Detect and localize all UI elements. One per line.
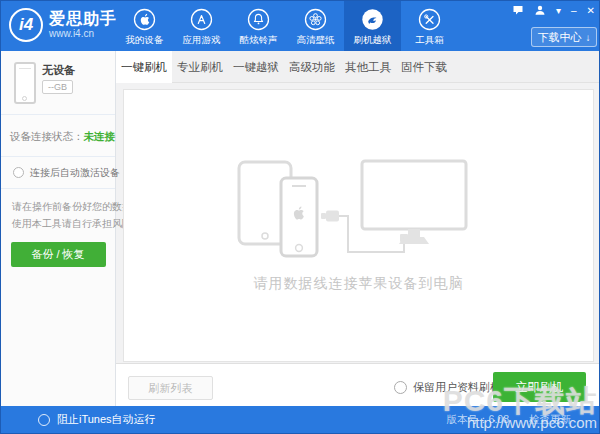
main-nav: 我的设备 应用游戏 酷炫铃声 bbox=[116, 1, 458, 51]
header: i4 爱思助手 www.i4.cn 我的设备 应用游戏 bbox=[1, 1, 600, 51]
action-bar: 刷新列表 保留用户资料刷机 立即刷机 bbox=[116, 363, 600, 408]
keep-user-data-label: 保留用户资料刷机 bbox=[413, 380, 501, 395]
device-capacity-badge: --GB bbox=[42, 80, 73, 94]
status-label: 设备连接状态： bbox=[10, 130, 84, 142]
auto-activate-label: 连接后自动激活设备 bbox=[30, 166, 120, 180]
connect-illustration-icon bbox=[234, 156, 484, 261]
nav-label: 我的设备 bbox=[126, 34, 164, 47]
connect-device-panel: 请用数据线连接苹果设备到电脑 bbox=[123, 89, 594, 362]
flash-now-button[interactable]: 立即刷机 bbox=[493, 372, 586, 402]
app-title: 爱思助手 bbox=[49, 10, 117, 28]
auto-activate-option[interactable]: 连接后自动激活设备 bbox=[1, 157, 115, 189]
keep-user-data-option[interactable]: 保留用户资料刷机 bbox=[394, 380, 501, 395]
backup-warning: 请在操作前备份好您的数据 使用本工具请自行承担风险 bbox=[1, 189, 115, 232]
minimize-icon[interactable]: – bbox=[571, 5, 577, 16]
footer-bar: 阻止iTunes自动运行 版本号：6.08 检查更新 bbox=[1, 406, 600, 433]
wallpaper-icon bbox=[304, 8, 327, 31]
i4-logo-icon: i4 bbox=[9, 8, 43, 42]
nav-item-toolbox[interactable]: 工具箱 bbox=[401, 1, 458, 51]
nav-label: 应用游戏 bbox=[183, 34, 221, 47]
phone-icon bbox=[14, 62, 36, 104]
feedback-icon[interactable] bbox=[512, 4, 524, 16]
warning-line: 使用本工具请自行承担风险 bbox=[12, 215, 115, 232]
nav-label: 刷机越狱 bbox=[354, 34, 392, 47]
device-name: 无设备 bbox=[42, 63, 75, 78]
radio-icon[interactable] bbox=[394, 381, 407, 394]
tab-one-key-jailbreak[interactable]: 一键越狱 bbox=[228, 51, 284, 83]
block-itunes-option[interactable]: 阻止iTunes自动运行 bbox=[38, 406, 156, 433]
nav-label: 高清壁纸 bbox=[297, 34, 335, 47]
refresh-list-button[interactable]: 刷新列表 bbox=[128, 376, 213, 400]
connection-status: 设备连接状态：未连接 bbox=[1, 115, 115, 157]
app-logo: i4 爱思助手 www.i4.cn bbox=[9, 8, 117, 42]
download-arrow-icon: ↓ bbox=[586, 32, 591, 43]
flash-tabbar: 一键刷机 专业刷机 一键越狱 高级功能 其他工具 固件下载 bbox=[116, 51, 600, 83]
sidebar: 无设备 --GB 设备连接状态：未连接 连接后自动激活设备 请在操作前备份好您的… bbox=[1, 51, 116, 408]
tab-other-tools[interactable]: 其他工具 bbox=[340, 51, 396, 83]
tab-pro-flash[interactable]: 专业刷机 bbox=[172, 51, 228, 83]
nav-item-wallpapers[interactable]: 高清壁纸 bbox=[287, 1, 344, 51]
bell-icon bbox=[247, 8, 270, 31]
warning-line: 请在操作前备份好您的数据 bbox=[12, 198, 115, 215]
nav-item-my-devices[interactable]: 我的设备 bbox=[116, 1, 173, 51]
app-url: www.i4.cn bbox=[49, 28, 117, 40]
app-window: i4 爱思助手 www.i4.cn 我的设备 应用游戏 bbox=[0, 0, 600, 434]
check-update-link[interactable]: 检查更新 bbox=[529, 406, 571, 433]
window-controls: ▾ – ✕ bbox=[512, 4, 595, 16]
download-center-button[interactable]: 下载中心 ↓ bbox=[531, 27, 597, 47]
radio-icon[interactable] bbox=[13, 167, 24, 178]
tab-advanced[interactable]: 高级功能 bbox=[284, 51, 340, 83]
toolbox-icon bbox=[418, 8, 441, 31]
jailbreak-icon bbox=[361, 8, 384, 31]
close-icon[interactable]: ✕ bbox=[587, 5, 595, 16]
device-section: 无设备 --GB bbox=[1, 51, 115, 115]
backup-restore-button[interactable]: 备份 / 恢复 bbox=[11, 242, 106, 267]
nav-item-flash-jailbreak[interactable]: 刷机越狱 bbox=[344, 1, 401, 51]
status-value: 未连接 bbox=[84, 130, 116, 142]
service-icon[interactable] bbox=[534, 4, 546, 16]
appstore-icon bbox=[190, 8, 213, 31]
nav-label: 工具箱 bbox=[415, 34, 444, 47]
version-text: 版本号：6.08 bbox=[447, 406, 509, 433]
tab-one-key-flash[interactable]: 一键刷机 bbox=[116, 51, 172, 83]
download-center-label: 下载中心 bbox=[538, 30, 582, 45]
connect-device-message: 请用数据线连接苹果设备到电脑 bbox=[124, 275, 593, 293]
menu-caret-icon[interactable]: ▾ bbox=[556, 5, 561, 16]
block-itunes-label: 阻止iTunes自动运行 bbox=[57, 412, 156, 427]
nav-item-ringtones[interactable]: 酷炫铃声 bbox=[230, 1, 287, 51]
radio-icon[interactable] bbox=[38, 414, 50, 426]
nav-item-apps-games[interactable]: 应用游戏 bbox=[173, 1, 230, 51]
nav-label: 酷炫铃声 bbox=[240, 34, 278, 47]
apple-icon bbox=[133, 8, 156, 31]
tab-firmware-download[interactable]: 固件下载 bbox=[396, 51, 452, 83]
